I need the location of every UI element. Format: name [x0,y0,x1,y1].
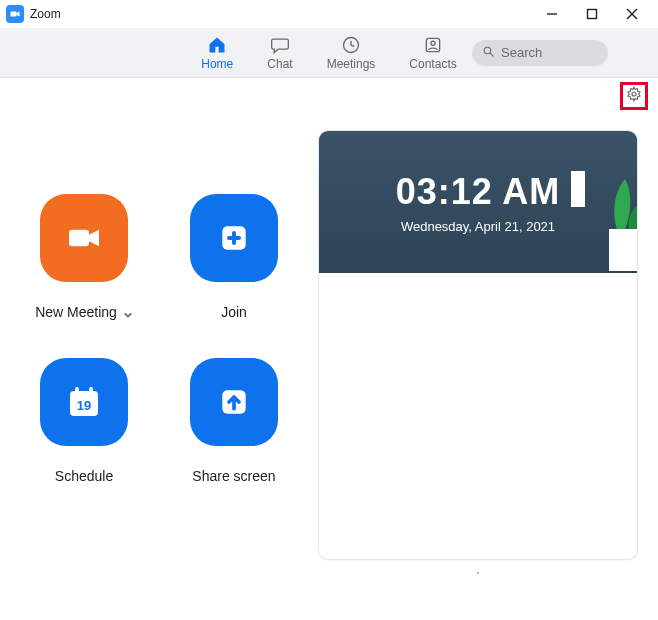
svg-rect-16 [75,387,79,395]
titlebar: Zoom [0,0,658,28]
share-screen-action[interactable]: Share screen [164,358,304,518]
gear-icon [626,86,642,106]
scroll-indicator: · [468,562,488,583]
card-header: 03:12 AM Wednesday, April 21, 2021 [319,131,637,273]
video-icon [40,194,128,282]
svg-point-10 [632,92,636,96]
calendar-icon: 19 [40,358,128,446]
schedule-action[interactable]: 19 Schedule [14,358,154,518]
svg-line-9 [490,53,493,56]
window-title: Zoom [30,7,61,21]
settings-button[interactable] [620,82,648,110]
maximize-button[interactable] [572,0,612,28]
chevron-down-icon[interactable] [123,307,133,317]
clock-time: 03:12 AM [396,171,561,213]
svg-rect-17 [89,387,93,395]
nav-chat[interactable]: Chat [267,35,292,71]
nav-chat-label: Chat [267,57,292,71]
join-action[interactable]: Join [164,194,304,354]
svg-rect-0 [11,12,17,17]
search-input[interactable]: Search [472,40,608,66]
share-icon [190,358,278,446]
clock-date: Wednesday, April 21, 2021 [401,219,555,234]
svg-rect-2 [588,10,597,19]
svg-rect-19 [609,229,637,271]
schedule-label: Schedule [55,468,113,484]
action-grid: New Meeting Join 19 [0,114,318,583]
main-content: New Meeting Join 19 [0,114,658,583]
plant-illustration [571,171,637,273]
nav-meetings-label: Meetings [327,57,376,71]
svg-rect-20 [571,171,585,207]
minimize-button[interactable] [532,0,572,28]
search-icon [482,45,495,61]
search-placeholder: Search [501,45,542,60]
svg-point-8 [484,47,491,54]
nav-contacts[interactable]: Contacts [409,35,456,71]
top-navbar: Home Chat Meetings Contacts Search [0,28,658,78]
new-meeting-action[interactable]: New Meeting [14,194,154,354]
nav-home[interactable]: Home [201,35,233,71]
new-meeting-label: New Meeting [35,304,117,320]
join-label: Join [221,304,247,320]
svg-rect-11 [69,230,89,247]
clock-icon [340,35,362,55]
nav-home-label: Home [201,57,233,71]
nav-meetings[interactable]: Meetings [327,35,376,71]
svg-point-7 [431,41,435,45]
chat-icon [269,35,291,55]
plus-icon [190,194,278,282]
close-button[interactable] [612,0,652,28]
share-screen-label: Share screen [192,468,275,484]
calendar-card: 03:12 AM Wednesday, April 21, 2021 [318,130,638,560]
home-icon [206,35,228,55]
calendar-day: 19 [77,398,91,413]
toolbar-row [0,78,658,114]
zoom-app-icon [6,5,24,23]
right-panel: 03:12 AM Wednesday, April 21, 2021 · [318,114,658,583]
nav-contacts-label: Contacts [409,57,456,71]
contacts-icon [422,35,444,55]
